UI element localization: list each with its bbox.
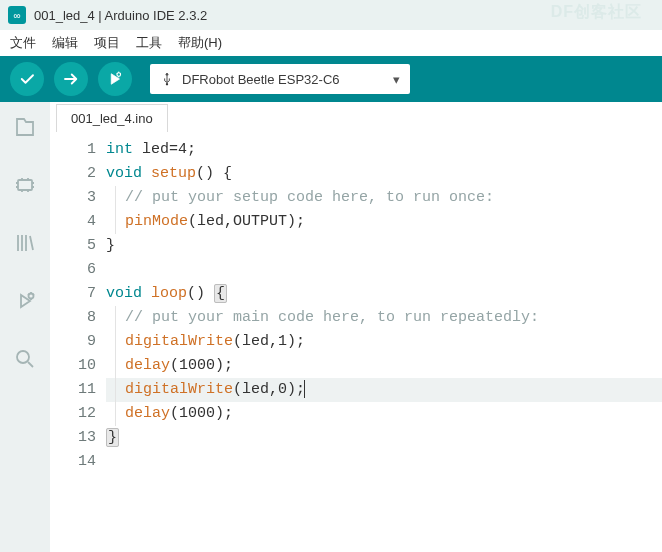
upload-button[interactable] <box>54 62 88 96</box>
main-area: 001_led_4.ino 1234567891011121314 int le… <box>0 102 662 552</box>
window-title: 001_led_4 | Arduino IDE 2.3.2 <box>34 8 207 23</box>
debug-button[interactable] <box>98 62 132 96</box>
code-line-7[interactable]: void loop() { <box>106 282 662 306</box>
sidebar <box>0 102 50 552</box>
search-icon[interactable] <box>10 344 40 374</box>
editor-area: 001_led_4.ino 1234567891011121314 int le… <box>50 102 662 552</box>
explorer-icon[interactable] <box>10 112 40 142</box>
code-editor[interactable]: 1234567891011121314 int led=4;void setup… <box>50 132 662 552</box>
code-line-14[interactable] <box>106 450 662 474</box>
code-line-8[interactable]: // put your main code here, to run repea… <box>106 306 662 330</box>
menu-project[interactable]: 项目 <box>94 34 120 52</box>
line-gutter: 1234567891011121314 <box>50 138 106 552</box>
svg-rect-2 <box>18 180 32 190</box>
titlebar: ∞ 001_led_4 | Arduino IDE 2.3.2 DF创客社区 <box>0 0 662 30</box>
text-cursor <box>304 380 305 398</box>
verify-button[interactable] <box>10 62 44 96</box>
code-line-10[interactable]: delay(1000); <box>106 354 662 378</box>
code-line-1[interactable]: int led=4; <box>106 138 662 162</box>
menu-file[interactable]: 文件 <box>10 34 36 52</box>
code-line-2[interactable]: void setup() { <box>106 162 662 186</box>
code-line-3[interactable]: // put your setup code here, to run once… <box>106 186 662 210</box>
toolbar: DFRobot Beetle ESP32-C6 ▾ <box>0 56 662 102</box>
code-lines[interactable]: int led=4;void setup() { // put your set… <box>106 138 662 552</box>
menu-edit[interactable]: 编辑 <box>52 34 78 52</box>
debug-icon[interactable] <box>10 286 40 316</box>
chevron-down-icon: ▾ <box>393 72 400 87</box>
code-line-11[interactable]: digitalWrite(led,0); <box>106 378 662 402</box>
svg-point-0 <box>117 73 121 77</box>
code-line-4[interactable]: pinMode(led,OUTPUT); <box>106 210 662 234</box>
code-line-9[interactable]: digitalWrite(led,1); <box>106 330 662 354</box>
usb-icon <box>160 71 174 87</box>
board-selector[interactable]: DFRobot Beetle ESP32-C6 ▾ <box>150 64 410 94</box>
arduino-logo-icon: ∞ <box>8 6 26 24</box>
boards-manager-icon[interactable] <box>10 170 40 200</box>
code-line-12[interactable]: delay(1000); <box>106 402 662 426</box>
tabs: 001_led_4.ino <box>50 102 662 132</box>
library-manager-icon[interactable] <box>10 228 40 258</box>
code-line-6[interactable] <box>106 258 662 282</box>
svg-point-1 <box>166 83 168 85</box>
svg-point-4 <box>17 351 29 363</box>
watermark: DF创客社区 <box>551 2 642 23</box>
board-name: DFRobot Beetle ESP32-C6 <box>182 72 340 87</box>
menu-tools[interactable]: 工具 <box>136 34 162 52</box>
menu-help[interactable]: 帮助(H) <box>178 34 222 52</box>
menubar: 文件 编辑 项目 工具 帮助(H) <box>0 30 662 56</box>
code-line-5[interactable]: } <box>106 234 662 258</box>
code-line-13[interactable]: } <box>106 426 662 450</box>
tab-file[interactable]: 001_led_4.ino <box>56 104 168 132</box>
